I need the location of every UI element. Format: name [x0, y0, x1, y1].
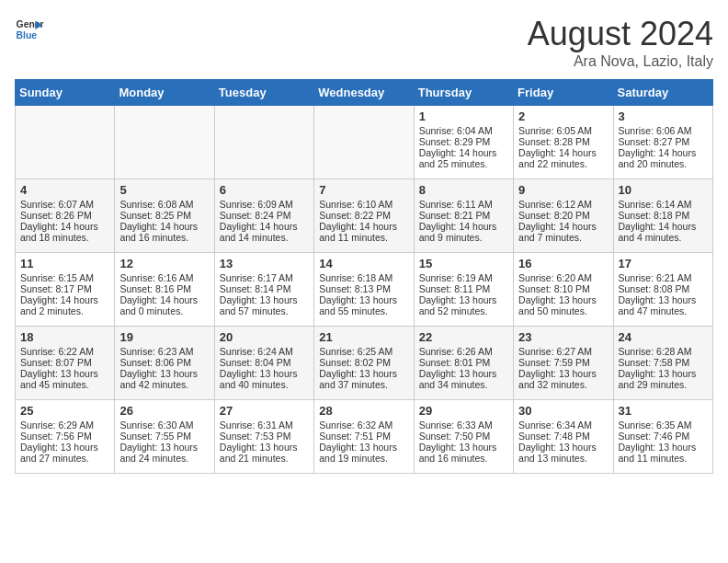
- day-info: Sunset: 8:01 PM: [419, 357, 508, 368]
- day-info: Sunset: 7:46 PM: [619, 431, 708, 442]
- day-info: Sunset: 7:48 PM: [518, 431, 608, 442]
- day-info: Daylight: 13 hours and 57 minutes.: [220, 294, 309, 316]
- day-info: Daylight: 14 hours and 2 minutes.: [20, 294, 109, 316]
- day-info: Sunset: 8:10 PM: [518, 283, 608, 294]
- day-info: Sunrise: 6:30 AM: [119, 419, 209, 431]
- day-number: 17: [619, 257, 708, 270]
- day-header: Wednesday: [314, 80, 414, 106]
- day-info: Daylight: 13 hours and 45 minutes.: [20, 368, 109, 390]
- day-info: Daylight: 13 hours and 55 minutes.: [319, 294, 408, 316]
- day-info: Sunrise: 6:09 AM: [220, 199, 309, 210]
- calendar-header-row: SundayMondayTuesdayWednesdayThursdayFrid…: [16, 80, 713, 106]
- day-info: Sunset: 7:50 PM: [419, 431, 508, 442]
- day-header: Thursday: [414, 80, 513, 106]
- day-info: Daylight: 13 hours and 47 minutes.: [619, 294, 708, 316]
- day-header: Saturday: [613, 80, 712, 106]
- day-info: Sunset: 8:29 PM: [419, 136, 508, 147]
- day-number: 14: [319, 257, 408, 270]
- day-info: Sunrise: 6:18 AM: [319, 272, 408, 283]
- calendar-cell: 3Sunrise: 6:06 AMSunset: 8:27 PMDaylight…: [613, 106, 712, 179]
- calendar-cell: 31Sunrise: 6:35 AMSunset: 7:46 PMDayligh…: [613, 400, 712, 474]
- location-title: Ara Nova, Lazio, Italy: [528, 53, 713, 70]
- day-info: Sunset: 8:25 PM: [119, 210, 209, 221]
- day-number: 30: [518, 404, 608, 418]
- day-number: 3: [619, 109, 708, 123]
- day-info: Sunrise: 6:23 AM: [119, 346, 209, 357]
- calendar-cell: 12Sunrise: 6:16 AMSunset: 8:16 PMDayligh…: [115, 253, 214, 327]
- day-number: 26: [119, 404, 209, 418]
- title-block: August 2024 Ara Nova, Lazio, Italy: [528, 15, 713, 70]
- day-number: 31: [619, 404, 708, 418]
- day-info: Daylight: 13 hours and 42 minutes.: [119, 368, 209, 390]
- day-header: Friday: [514, 80, 613, 106]
- calendar-week-row: 11Sunrise: 6:15 AMSunset: 8:17 PMDayligh…: [16, 253, 713, 327]
- day-number: 13: [220, 257, 309, 270]
- day-info: Sunrise: 6:29 AM: [20, 419, 109, 431]
- day-info: Daylight: 14 hours and 9 minutes.: [419, 221, 508, 243]
- day-info: Sunset: 8:26 PM: [20, 210, 109, 221]
- calendar-cell: [16, 106, 115, 179]
- day-info: Sunrise: 6:26 AM: [419, 346, 508, 357]
- day-info: Daylight: 14 hours and 25 minutes.: [419, 147, 508, 169]
- day-number: 8: [419, 183, 508, 197]
- calendar-cell: 19Sunrise: 6:23 AMSunset: 8:06 PMDayligh…: [115, 327, 214, 400]
- day-info: Sunset: 8:21 PM: [419, 210, 508, 221]
- calendar-cell: 11Sunrise: 6:15 AMSunset: 8:17 PMDayligh…: [16, 253, 115, 327]
- day-info: Daylight: 13 hours and 21 minutes.: [220, 442, 309, 464]
- calendar-cell: [214, 106, 313, 179]
- day-number: 6: [220, 183, 309, 197]
- day-info: Daylight: 14 hours and 14 minutes.: [220, 221, 309, 243]
- day-number: 24: [619, 330, 708, 344]
- day-info: Sunset: 8:11 PM: [419, 283, 508, 294]
- day-info: Sunrise: 6:25 AM: [319, 346, 408, 357]
- day-info: Sunset: 7:55 PM: [119, 431, 209, 442]
- day-info: Daylight: 13 hours and 19 minutes.: [319, 442, 408, 464]
- calendar-cell: 20Sunrise: 6:24 AMSunset: 8:04 PMDayligh…: [214, 327, 313, 400]
- calendar-cell: [115, 106, 214, 179]
- calendar-cell: 21Sunrise: 6:25 AMSunset: 8:02 PMDayligh…: [314, 327, 414, 400]
- day-number: 4: [20, 183, 109, 197]
- day-info: Daylight: 14 hours and 11 minutes.: [319, 221, 408, 243]
- day-info: Daylight: 13 hours and 13 minutes.: [518, 442, 608, 464]
- day-info: Sunset: 8:07 PM: [20, 357, 109, 368]
- day-info: Sunrise: 6:32 AM: [319, 419, 408, 431]
- calendar-cell: 23Sunrise: 6:27 AMSunset: 7:59 PMDayligh…: [514, 327, 613, 400]
- day-header: Tuesday: [214, 80, 313, 106]
- calendar-cell: 16Sunrise: 6:20 AMSunset: 8:10 PMDayligh…: [514, 253, 613, 327]
- day-info: Sunset: 8:13 PM: [319, 283, 408, 294]
- day-info: Sunset: 8:27 PM: [619, 136, 708, 147]
- calendar-cell: 6Sunrise: 6:09 AMSunset: 8:24 PMDaylight…: [214, 179, 313, 253]
- day-number: 7: [319, 183, 408, 197]
- day-number: 16: [518, 257, 608, 270]
- calendar-week-row: 4Sunrise: 6:07 AMSunset: 8:26 PMDaylight…: [16, 179, 713, 253]
- day-info: Sunrise: 6:20 AM: [518, 272, 608, 283]
- day-info: Sunrise: 6:34 AM: [518, 419, 608, 431]
- day-number: 29: [419, 404, 508, 418]
- day-info: Daylight: 13 hours and 16 minutes.: [419, 442, 508, 464]
- calendar-cell: 14Sunrise: 6:18 AMSunset: 8:13 PMDayligh…: [314, 253, 414, 327]
- day-info: Sunrise: 6:21 AM: [619, 272, 708, 283]
- calendar-cell: 17Sunrise: 6:21 AMSunset: 8:08 PMDayligh…: [613, 253, 712, 327]
- day-info: Daylight: 14 hours and 16 minutes.: [119, 221, 209, 243]
- calendar-cell: 25Sunrise: 6:29 AMSunset: 7:56 PMDayligh…: [16, 400, 115, 474]
- day-info: Sunset: 7:59 PM: [518, 357, 608, 368]
- day-info: Sunset: 8:02 PM: [319, 357, 408, 368]
- day-number: 10: [619, 183, 708, 197]
- day-info: Sunset: 8:20 PM: [518, 210, 608, 221]
- month-title: August 2024: [528, 15, 713, 53]
- day-info: Sunrise: 6:17 AM: [220, 272, 309, 283]
- calendar-week-row: 1Sunrise: 6:04 AMSunset: 8:29 PMDaylight…: [16, 106, 713, 179]
- day-info: Daylight: 13 hours and 24 minutes.: [119, 442, 209, 464]
- day-info: Daylight: 14 hours and 20 minutes.: [619, 147, 708, 169]
- day-info: Sunrise: 6:12 AM: [518, 199, 608, 210]
- day-info: Sunrise: 6:27 AM: [518, 346, 608, 357]
- calendar-cell: [314, 106, 414, 179]
- calendar-cell: 1Sunrise: 6:04 AMSunset: 8:29 PMDaylight…: [414, 106, 513, 179]
- day-info: Sunrise: 6:24 AM: [220, 346, 309, 357]
- logo: General Blue: [15, 15, 44, 44]
- calendar-week-row: 18Sunrise: 6:22 AMSunset: 8:07 PMDayligh…: [16, 327, 713, 400]
- day-number: 9: [518, 183, 608, 197]
- day-info: Sunrise: 6:06 AM: [619, 125, 708, 136]
- day-number: 2: [518, 109, 608, 123]
- day-info: Sunset: 7:58 PM: [619, 357, 708, 368]
